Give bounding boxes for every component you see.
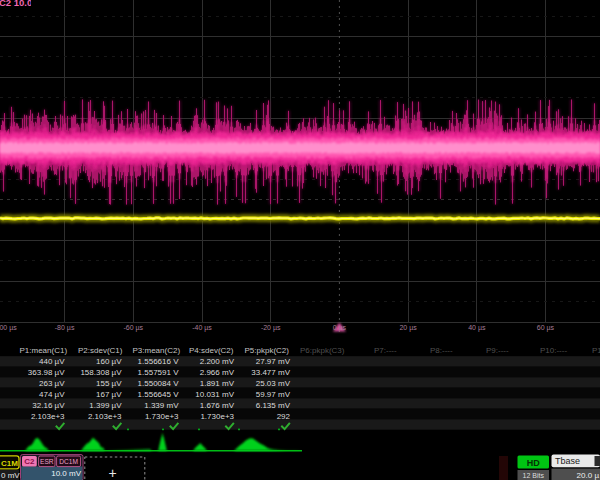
svg-text:10.0 mV: 10.0 mV (51, 469, 81, 478)
svg-text:-60 µs: -60 µs (123, 324, 143, 332)
svg-text:P9:----: P9:---- (486, 346, 509, 355)
svg-text:1.557591 V: 1.557591 V (138, 368, 180, 377)
svg-text:1.676 mV: 1.676 mV (200, 401, 235, 410)
svg-text:1.556645 V: 1.556645 V (138, 390, 180, 399)
svg-text:HD: HD (527, 458, 540, 468)
svg-text:1.550084 V: 1.550084 V (138, 379, 180, 388)
svg-text:59.97 mV: 59.97 mV (256, 390, 291, 399)
svg-text:1.891 mV: 1.891 mV (200, 379, 235, 388)
svg-text:1.556616 V: 1.556616 V (138, 357, 180, 366)
svg-text:P7:----: P7:---- (374, 346, 397, 355)
svg-text:474 µV: 474 µV (39, 390, 65, 399)
svg-text:ESR: ESR (40, 458, 54, 465)
svg-text:P8:----: P8:---- (430, 346, 453, 355)
svg-text:33.477 mV: 33.477 mV (251, 368, 290, 377)
svg-text:160 µV: 160 µV (96, 357, 122, 366)
svg-text:27.97 mV: 27.97 mV (256, 357, 291, 366)
svg-text:158.308 µV: 158.308 µV (80, 368, 122, 377)
svg-text:P3:mean(C2): P3:mean(C2) (133, 346, 181, 355)
svg-text:0 mV: 0 mV (1, 471, 20, 480)
svg-text:40 µs: 40 µs (468, 324, 486, 332)
svg-text:-100 µs: -100 µs (0, 324, 17, 332)
svg-text:C1M: C1M (1, 459, 18, 468)
svg-text:20.0 µ: 20.0 µ (577, 471, 600, 480)
svg-text:P2:sdev(C1): P2:sdev(C1) (78, 346, 123, 355)
svg-text:2.103e+3: 2.103e+3 (31, 412, 65, 421)
svg-text:10.031 mV: 10.031 mV (195, 390, 234, 399)
svg-text:P10:----: P10:---- (540, 346, 567, 355)
svg-text:292: 292 (277, 412, 291, 421)
svg-text:2.200 mV: 2.200 mV (200, 357, 235, 366)
svg-text:32.16 µV: 32.16 µV (32, 401, 65, 410)
svg-text:+: + (108, 465, 116, 480)
svg-text:155 µV: 155 µV (96, 379, 122, 388)
svg-text:0 µs: 0 µs (333, 324, 347, 332)
svg-text:1.399 µV: 1.399 µV (89, 401, 122, 410)
svg-text:1.730e+3: 1.730e+3 (200, 412, 234, 421)
svg-text:P5:pkpk(C2): P5:pkpk(C2) (245, 346, 290, 355)
svg-text:-20 µs: -20 µs (261, 324, 281, 332)
svg-text:20 µs: 20 µs (399, 324, 417, 332)
svg-text:DC1M: DC1M (59, 458, 78, 465)
svg-text:12 Bits: 12 Bits (522, 472, 544, 479)
svg-text:2.966 mV: 2.966 mV (200, 368, 235, 377)
svg-text:1.339 mV: 1.339 mV (144, 401, 179, 410)
svg-text:C2: C2 (24, 457, 35, 466)
svg-text:2.103e+3: 2.103e+3 (88, 412, 122, 421)
svg-text:1.730e+3: 1.730e+3 (145, 412, 179, 421)
svg-text:363.98 µV: 363.98 µV (28, 368, 65, 377)
svg-text:P4:sdev(C2): P4:sdev(C2) (189, 346, 234, 355)
svg-text:6.135 mV: 6.135 mV (256, 401, 291, 410)
svg-text:263 µV: 263 µV (39, 379, 65, 388)
svg-text:P1: P1 (592, 346, 600, 355)
svg-text:-40 µs: -40 µs (192, 324, 212, 332)
svg-text:25.03 mV: 25.03 mV (256, 379, 291, 388)
svg-text:P6:pkpk(C3): P6:pkpk(C3) (300, 346, 345, 355)
svg-text:440 µV: 440 µV (39, 357, 65, 366)
svg-text:167 µV: 167 µV (96, 390, 122, 399)
svg-text:Tbase: Tbase (555, 456, 580, 466)
svg-text:-80 µs: -80 µs (55, 324, 75, 332)
svg-text:60 µs: 60 µs (537, 324, 555, 332)
svg-text:P1:mean(C1): P1:mean(C1) (20, 346, 68, 355)
